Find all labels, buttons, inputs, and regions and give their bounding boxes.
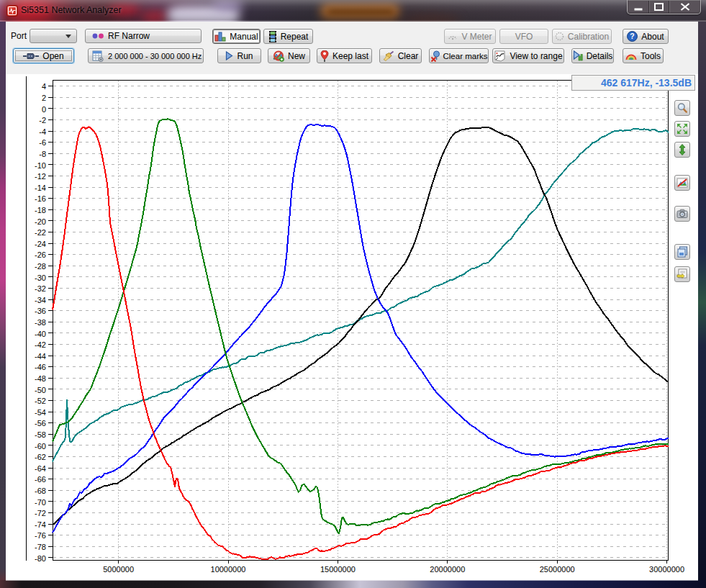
- svg-text:-26: -26: [35, 250, 46, 259]
- svg-text:-72: -72: [35, 509, 46, 517]
- svg-text:-58: -58: [35, 430, 46, 439]
- svg-text:-28: -28: [35, 262, 46, 271]
- svg-text:0: 0: [42, 105, 46, 114]
- svg-text:4: 4: [42, 82, 46, 91]
- svg-text:-20: -20: [35, 217, 46, 226]
- svg-text:15000000: 15000000: [320, 565, 356, 574]
- svg-text:-76: -76: [35, 531, 46, 540]
- svg-text:-30: -30: [35, 273, 46, 282]
- svg-text:-64: -64: [35, 464, 46, 473]
- svg-text:-18: -18: [35, 206, 46, 214]
- svg-text:-14: -14: [35, 184, 46, 192]
- svg-text:5000000: 5000000: [103, 565, 134, 574]
- svg-text:-50: -50: [35, 386, 46, 394]
- svg-text:-46: -46: [35, 363, 46, 371]
- svg-text:-12: -12: [35, 172, 46, 181]
- svg-text:2: 2: [42, 94, 46, 102]
- svg-text:-44: -44: [35, 352, 46, 361]
- svg-text:-62: -62: [35, 453, 46, 461]
- svg-text:-52: -52: [35, 397, 46, 405]
- svg-text:-68: -68: [35, 487, 46, 495]
- svg-text:30000000: 30000000: [649, 565, 684, 574]
- svg-text:-66: -66: [35, 475, 46, 484]
- svg-text:-42: -42: [35, 340, 46, 349]
- svg-text:-40: -40: [35, 330, 46, 338]
- svg-text:-22: -22: [35, 228, 46, 237]
- svg-text:-38: -38: [35, 318, 46, 327]
- svg-text:-34: -34: [35, 296, 46, 304]
- svg-text:-10: -10: [35, 161, 46, 170]
- svg-text:-80: -80: [35, 554, 46, 563]
- svg-text:?: ?: [630, 32, 635, 40]
- svg-text:-74: -74: [35, 520, 46, 529]
- svg-text:10000000: 10000000: [211, 565, 246, 574]
- svg-text:-2: -2: [39, 116, 46, 125]
- svg-text:20000000: 20000000: [430, 565, 465, 574]
- svg-text:-8: -8: [39, 150, 46, 158]
- svg-text:-60: -60: [35, 442, 46, 451]
- svg-text:-6: -6: [39, 138, 46, 147]
- svg-text:25000000: 25000000: [540, 565, 575, 574]
- svg-text:-54: -54: [35, 408, 46, 417]
- svg-text:-78: -78: [35, 543, 46, 551]
- svg-text:-36: -36: [35, 307, 46, 315]
- svg-text:-56: -56: [35, 419, 46, 428]
- svg-text:-48: -48: [35, 374, 46, 383]
- svg-text:-16: -16: [35, 194, 46, 203]
- svg-text:-70: -70: [35, 498, 46, 507]
- svg-text:-24: -24: [35, 240, 46, 248]
- svg-text:-32: -32: [35, 284, 46, 293]
- svg-text:-4: -4: [39, 127, 46, 136]
